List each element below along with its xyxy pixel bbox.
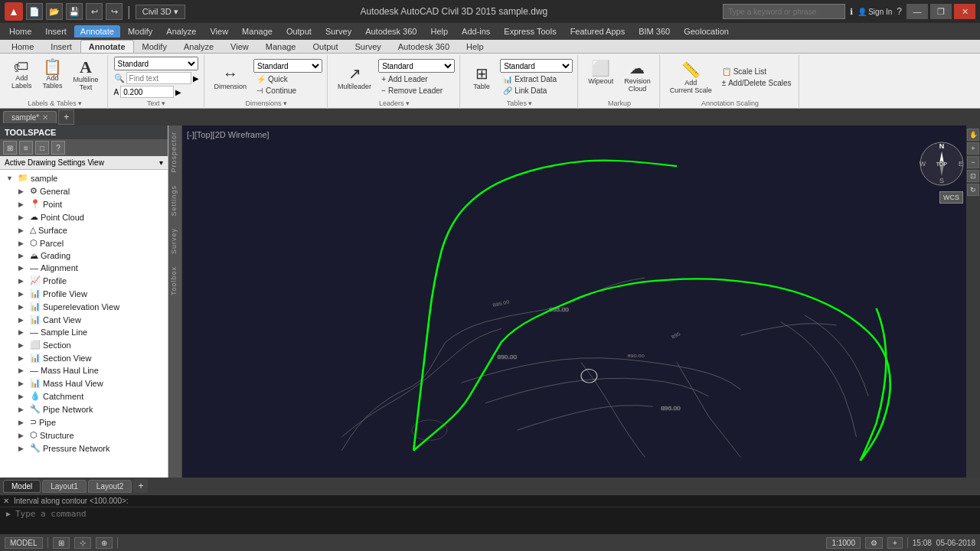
menu-geolocation[interactable]: Geolocation xyxy=(678,25,735,37)
tree-item-section[interactable]: ▶⬜Section xyxy=(15,338,165,351)
link-data-btn[interactable]: 🔗 Link Data xyxy=(500,86,573,96)
tab-model[interactable]: Model xyxy=(3,480,41,493)
pan-btn[interactable]: ✋ xyxy=(967,129,979,141)
workspace-btn[interactable]: + xyxy=(887,537,903,549)
tree-item-pipe[interactable]: ▶⊃Pipe xyxy=(15,416,165,429)
quick-dim-btn[interactable]: ⚡ Quick xyxy=(253,74,322,84)
new-btn[interactable]: 📄 xyxy=(26,3,43,20)
annotation-scale-btn[interactable]: ⚙ xyxy=(865,537,883,549)
ts-list-btn[interactable]: ≡ xyxy=(19,141,33,155)
multiline-text-btn[interactable]: A MultilineText xyxy=(70,57,103,93)
restore-btn[interactable]: ❐ xyxy=(930,4,952,19)
tab-view[interactable]: View xyxy=(222,40,257,53)
tab-360[interactable]: Autodesk 360 xyxy=(390,40,458,53)
sign-in-btn[interactable]: 👤 Sign In xyxy=(858,8,892,16)
menu-addins[interactable]: Add-ins xyxy=(456,25,496,37)
cmdline-close-btn[interactable]: ✕ xyxy=(3,497,9,505)
menu-bim360[interactable]: BIM 360 xyxy=(632,25,676,37)
app-icon[interactable]: ▲ xyxy=(5,2,23,21)
ts-window-btn[interactable]: □ xyxy=(35,141,49,155)
tree-item-superelevation[interactable]: ▶📊Superelevation View xyxy=(15,300,165,313)
ortho-btn[interactable]: ⊕ xyxy=(96,537,113,549)
multileader-btn[interactable]: ↗ Multileader xyxy=(334,62,375,93)
active-drawing-dropdown[interactable]: Active Drawing Settings View ▾ xyxy=(0,156,168,170)
menu-360[interactable]: Autodesk 360 xyxy=(359,25,423,37)
tree-item-profile[interactable]: ▶📈Profile xyxy=(15,274,165,287)
menu-express[interactable]: Express Tools xyxy=(498,25,562,37)
snap-btn[interactable]: ⊹ xyxy=(74,537,91,549)
tree-item-profile-view[interactable]: ▶📊Profile View xyxy=(15,287,165,300)
text-style-dropdown[interactable]: Standard xyxy=(114,57,198,70)
ts-grid-btn[interactable]: ⊞ xyxy=(3,141,17,155)
tab-manage[interactable]: Manage xyxy=(257,40,305,53)
tree-item-catchment[interactable]: ▶💧Catchment xyxy=(15,390,165,403)
tree-item-sample[interactable]: ▼ 📁 sample xyxy=(3,171,165,184)
new-drawing-tab-btn[interactable]: + xyxy=(58,109,74,125)
menu-help[interactable]: Help xyxy=(424,25,454,37)
revision-cloud-btn[interactable]: ☁ RevisionCloud xyxy=(620,57,655,95)
drawing-tab-close[interactable]: ✕ xyxy=(42,113,48,122)
tree-item-pressure-network[interactable]: ▶🔧Pressure Network xyxy=(15,442,165,455)
scale-list-btn[interactable]: 📋 Scale List xyxy=(719,67,795,77)
tab-home[interactable]: Home xyxy=(3,40,42,53)
tree-item-mass-haul-line[interactable]: ▶—Mass Haul Line xyxy=(15,364,165,377)
orbit-btn[interactable]: ↻ xyxy=(967,184,979,196)
save-btn[interactable]: 💾 xyxy=(66,3,83,20)
tree-item-structure[interactable]: ▶⬡Structure xyxy=(15,429,165,442)
tree-item-sample-line[interactable]: ▶—Sample Line xyxy=(15,326,165,338)
close-btn[interactable]: ✕ xyxy=(954,4,975,19)
scale-display[interactable]: 1:1000 xyxy=(826,537,861,549)
find-text-arrow[interactable]: ▶ xyxy=(193,74,199,83)
redo-btn[interactable]: ↪ xyxy=(106,3,122,20)
find-text-input[interactable] xyxy=(126,72,191,84)
add-leader-btn[interactable]: + Add Leader xyxy=(378,74,455,84)
zoom-out-btn[interactable]: − xyxy=(967,156,979,168)
zoom-extents-btn[interactable]: ⊡ xyxy=(967,170,979,182)
undo-btn[interactable]: ↩ xyxy=(86,3,103,20)
menu-survey[interactable]: Survey xyxy=(319,25,358,37)
tab-help[interactable]: Help xyxy=(458,40,492,53)
add-delete-scales-btn[interactable]: ± Add/Delete Scales xyxy=(719,78,795,88)
table-style-dropdown[interactable]: Standard xyxy=(500,59,573,73)
tree-item-point[interactable]: ▶📍Point xyxy=(15,197,165,210)
tree-item-point-cloud[interactable]: ▶☁Point Cloud xyxy=(15,210,165,223)
add-tables-btn[interactable]: 📋 AddTables xyxy=(39,57,67,92)
add-current-scale-btn[interactable]: 📏 AddCurrent Scale xyxy=(666,58,716,96)
info-btn[interactable]: ℹ xyxy=(850,7,853,17)
tree-item-general[interactable]: ▶⚙General xyxy=(15,184,165,197)
tree-item-cant-view[interactable]: ▶📊Cant View xyxy=(15,313,165,326)
cmdline-input[interactable] xyxy=(15,509,975,519)
menu-view[interactable]: View xyxy=(204,25,234,37)
dim-style-dropdown[interactable]: Standard xyxy=(253,59,322,73)
tree-item-pipe-network[interactable]: ▶🔧Pipe Network xyxy=(15,403,165,416)
tree-item-parcel[interactable]: ▶⬡Parcel xyxy=(15,236,165,249)
tree-item-section-view[interactable]: ▶📊Section View xyxy=(15,351,165,364)
search-input[interactable] xyxy=(723,4,845,19)
menu-modify[interactable]: Modify xyxy=(122,25,158,37)
prospector-tab[interactable]: Prospector xyxy=(168,126,181,179)
dimension-btn[interactable]: ↔ Dimension xyxy=(211,63,251,93)
tab-analyze[interactable]: Analyze xyxy=(175,40,222,53)
remove-leader-btn[interactable]: − Remove Leader xyxy=(378,86,455,96)
ts-help-btn[interactable]: ? xyxy=(51,141,65,155)
leader-style-dropdown[interactable]: Standard xyxy=(378,59,455,73)
menu-featured[interactable]: Featured Apps xyxy=(564,25,632,37)
zoom-in-btn[interactable]: + xyxy=(967,142,979,155)
tab-insert[interactable]: Insert xyxy=(42,40,80,53)
civil3d-dropdown[interactable]: Civil 3D ▾ xyxy=(136,5,185,19)
menu-annotate[interactable]: Annotate xyxy=(74,25,120,37)
grid-btn[interactable]: ⊞ xyxy=(53,537,70,549)
menu-home[interactable]: Home xyxy=(3,25,38,37)
toolbox-tab[interactable]: Toolbox xyxy=(168,260,181,302)
tab-annotate[interactable]: Annotate xyxy=(80,40,134,53)
menu-manage[interactable]: Manage xyxy=(236,25,279,37)
continue-dim-btn[interactable]: ⊣ Continue xyxy=(253,86,322,96)
menu-output[interactable]: Output xyxy=(280,25,318,37)
minimize-btn[interactable]: — xyxy=(906,4,928,19)
tree-item-grading[interactable]: ▶⛰Grading xyxy=(15,249,165,262)
add-labels-btn[interactable]: 🏷 AddLabels xyxy=(8,57,36,92)
tab-modify[interactable]: Modify xyxy=(134,40,175,53)
tree-item-surface[interactable]: ▶△Surface xyxy=(15,223,165,236)
text-height-input[interactable] xyxy=(120,86,174,98)
tree-item-alignment[interactable]: ▶—Alignment xyxy=(15,262,165,274)
